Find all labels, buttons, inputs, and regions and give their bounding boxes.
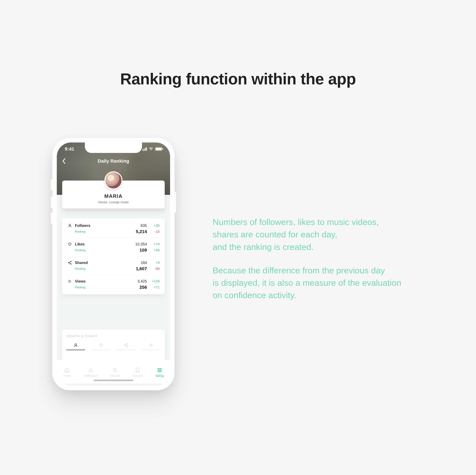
rank-value: 5,214 bbox=[128, 229, 147, 234]
page-title: Ranking function within the app bbox=[0, 70, 476, 88]
svg-point-9 bbox=[113, 368, 116, 371]
status-bar: 9:41 bbox=[57, 146, 170, 152]
description-p1: Numbers of followers, likes to music vid… bbox=[213, 216, 435, 253]
profile-name: MARIA bbox=[65, 193, 162, 199]
ranking-label: Ranking bbox=[75, 267, 85, 271]
stat-label: Views bbox=[75, 279, 86, 284]
menu-icon bbox=[157, 367, 162, 373]
stat-value: 10,354 bbox=[128, 242, 147, 246]
stat-delta: +74 bbox=[147, 242, 160, 246]
graph-title: GRAPH & CHART bbox=[66, 334, 161, 338]
profile-subtitle: House, Lounge music bbox=[65, 200, 162, 204]
phone-screen: 9:41 Daily Ranking MARIA House, Lounge m… bbox=[57, 142, 170, 386]
nav-label: Search bbox=[111, 374, 120, 378]
nav-label: Notification bbox=[84, 374, 98, 378]
heart-icon bbox=[99, 343, 103, 347]
graph-tab-share[interactable] bbox=[117, 343, 135, 350]
graph-card: GRAPH & CHART bbox=[62, 330, 165, 363]
stat-delta: +35 bbox=[147, 223, 160, 228]
wifi-icon bbox=[149, 147, 153, 151]
person-icon bbox=[73, 343, 78, 347]
heart-icon bbox=[67, 242, 72, 246]
rank-value: 109 bbox=[128, 248, 147, 253]
stat-label: Likes bbox=[75, 242, 85, 246]
stat-value: 3,425 bbox=[128, 279, 147, 284]
back-button[interactable] bbox=[62, 158, 66, 164]
home-indicator[interactable] bbox=[94, 380, 133, 381]
stat-value: 184 bbox=[128, 260, 147, 265]
status-time: 9:41 bbox=[65, 146, 74, 152]
stat-delta: +129 bbox=[147, 279, 160, 283]
phone-mockup: 9:41 Daily Ranking MARIA House, Lounge m… bbox=[52, 138, 174, 390]
bell-icon bbox=[88, 367, 94, 373]
stat-row-likes[interactable]: Likes 10,354 +74 Ranking 109 +48 bbox=[66, 238, 161, 256]
stat-row-shared[interactable]: Shared 184 +9 Ranking 1,607 -58 bbox=[66, 256, 161, 275]
stats-card: Follwers 635 +35 Ranking 5,214 -15 Likes… bbox=[62, 218, 165, 294]
nav-title: Daily Ranking bbox=[98, 158, 129, 164]
nav-search[interactable]: Search bbox=[111, 367, 120, 378]
nav-label: Favorite bbox=[133, 374, 143, 378]
nav-notification[interactable]: Notification bbox=[84, 367, 98, 378]
nav-setting[interactable]: Seting bbox=[156, 367, 164, 378]
description-block: Numbers of followers, likes to music vid… bbox=[213, 216, 435, 313]
ranking-label: Ranking bbox=[75, 230, 85, 233]
nav-home[interactable]: Home bbox=[63, 367, 71, 378]
ranking-label: Ranking bbox=[75, 249, 85, 252]
share-icon bbox=[124, 343, 128, 347]
search-icon bbox=[112, 367, 118, 373]
svg-point-0 bbox=[151, 150, 151, 151]
rank-delta: +48 bbox=[147, 248, 160, 252]
rank-value: 1,607 bbox=[128, 266, 147, 271]
stat-row-views[interactable]: Views 3,425 +129 Ranking 256 +71 bbox=[66, 275, 161, 293]
person-icon bbox=[67, 223, 72, 228]
graph-tab-heart[interactable] bbox=[92, 343, 110, 350]
status-icons bbox=[142, 147, 162, 151]
svg-point-1 bbox=[69, 224, 71, 226]
ranking-label: Ranking bbox=[75, 286, 85, 289]
rank-delta: -15 bbox=[147, 230, 160, 234]
svg-point-5 bbox=[75, 344, 77, 345]
avatar[interactable] bbox=[104, 171, 122, 189]
nav-favorite[interactable]: Favorite bbox=[133, 367, 143, 378]
play-icon bbox=[67, 279, 72, 283]
nav-bar: Daily Ranking bbox=[57, 158, 170, 164]
rank-delta: -58 bbox=[147, 267, 160, 271]
stat-label: Shared bbox=[75, 260, 88, 265]
share-icon bbox=[67, 261, 72, 265]
stat-delta: +9 bbox=[147, 261, 160, 265]
bookmark-icon bbox=[135, 367, 140, 373]
stat-label: Follwers bbox=[75, 223, 90, 228]
nav-label: Seting bbox=[156, 374, 164, 378]
profile-card: MARIA House, Lounge music bbox=[62, 181, 165, 208]
play-icon bbox=[149, 343, 153, 347]
signal-icon bbox=[142, 147, 147, 151]
battery-icon bbox=[155, 147, 162, 151]
stat-value: 635 bbox=[128, 223, 147, 228]
home-icon bbox=[64, 367, 70, 373]
nav-label: Home bbox=[63, 374, 71, 378]
description-p2: Because the difference from the previous… bbox=[213, 264, 435, 302]
graph-tab-play[interactable] bbox=[142, 343, 161, 350]
graph-tab-person[interactable] bbox=[66, 343, 85, 350]
bottom-nav: Home Notification Search Favorite Seting bbox=[57, 360, 170, 384]
rank-value: 256 bbox=[128, 285, 147, 290]
rank-delta: +71 bbox=[147, 285, 160, 289]
stat-row-followers[interactable]: Follwers 635 +35 Ranking 5,214 -15 bbox=[66, 219, 161, 238]
